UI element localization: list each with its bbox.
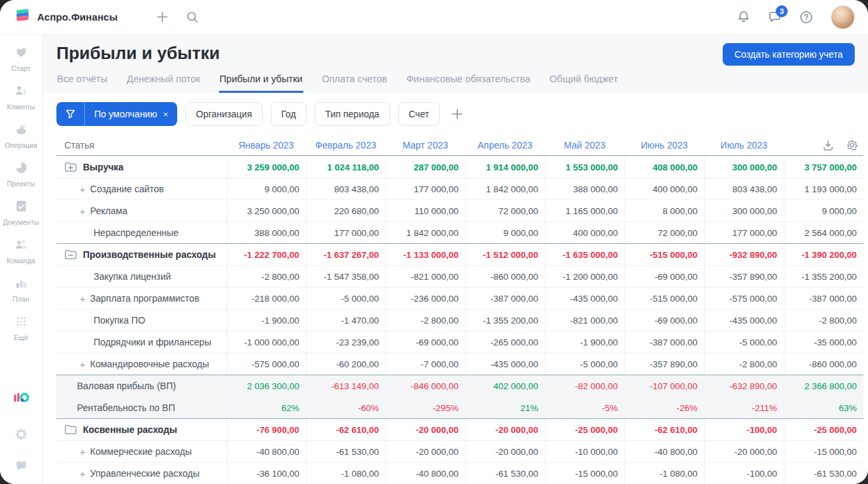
sidebar-item-Старт[interactable]: Старт [1,45,41,72]
cell-value: -515 000,00 [624,288,704,309]
expand-plus-icon[interactable]: + [80,447,86,457]
sidebar-item-Операции[interactable]: Операции [1,122,41,149]
sidebar-items: СтартКлиентыОперацииПроектыДокументыКома… [1,45,41,353]
messages-icon[interactable]: 3 [768,10,782,24]
folder-icon[interactable] [64,424,77,435]
support-chat-icon[interactable] [14,459,29,473]
cell-value: -40 800,00 [624,441,704,462]
cell-value: 2 036 300,00 [226,375,306,396]
row-label[interactable]: Косвенные расходы [56,419,226,440]
table-header-tools [784,135,863,155]
tab-Все отчёты[interactable]: Все отчёты [56,74,108,93]
row-label[interactable]: Производственные расходы [56,244,226,265]
tab-Оплата счетов[interactable]: Оплата счетов [321,74,388,93]
row-label-text: Создание сайтов [90,184,164,194]
table-settings-gear-icon[interactable] [846,139,858,151]
cell-value: 63% [784,397,863,418]
cell-value: 408 000,00 [624,156,704,178]
row-label[interactable]: +Реклама [56,200,226,221]
table-row: +Коммерческие расходы-40 800,00-61 530,0… [56,440,863,462]
help-icon[interactable] [799,10,814,25]
cell-value: 1 842 000,00 [465,178,545,200]
table-row: Косвенные расходы-76 900,00-62 610,00-20… [56,418,863,440]
cell-value: -2 800,00 [226,266,306,287]
download-icon[interactable] [822,139,834,151]
cell-value: -821 000,00 [545,310,624,331]
row-label[interactable]: +Коммерческие расходы [56,441,226,462]
add-button[interactable] [156,11,169,23]
cell-value: -1 080,00 [306,463,386,484]
sidebar-item-План[interactable]: План [1,276,41,303]
column-header-month[interactable]: Март 2023 [386,135,465,155]
cell-value: -632 890,00 [704,375,784,396]
notifications-bell-icon[interactable] [737,10,751,24]
expand-plus-icon[interactable]: + [80,294,86,304]
column-header-month[interactable]: Июль 2023 [704,135,784,155]
expand-plus-icon[interactable]: + [80,184,86,194]
row-label-text: Косвенные расходы [83,424,177,435]
cell-value: 1 553 000,00 [545,156,624,178]
sidebar-item-Документы[interactable]: Документы [1,199,41,226]
cell-value: -218 000,00 [226,288,306,309]
sidebar-item-Команда[interactable]: Команда [1,237,41,265]
row-label-text: Закупка лицензий [94,271,171,282]
cell-value: -1 222 700,00 [226,244,306,265]
cell-value: -25 000,00 [545,419,624,440]
tab-Прибыли и убытки[interactable]: Прибыли и убытки [219,74,303,93]
row-label: Закупка лицензий [56,266,226,287]
filter-chip-Год[interactable]: Год [271,102,307,126]
cell-value: -821 000,00 [386,266,465,287]
folder-minus-icon[interactable] [64,249,77,260]
sidebar-item-Ещё[interactable]: Ещё [1,314,41,341]
cell-value: -1 000 000,00 [226,332,306,353]
cell-value: -100,00 [704,463,784,484]
tab-Общий бюджет[interactable]: Общий бюджет [549,74,618,93]
sidebar-item-Клиенты[interactable]: Клиенты [1,84,41,111]
row-label-text: Валовая прибыль (ВП) [77,381,176,391]
cell-value: -515 000,00 [624,244,704,265]
expand-plus-icon[interactable]: + [80,469,86,479]
folder-plus-icon[interactable] [64,162,77,172]
cell-value: 177 000,00 [704,222,784,243]
sidebar-item-Проекты[interactable]: Проекты [1,160,41,188]
cell-value: -23 239,00 [306,332,386,353]
add-filter-button[interactable] [451,107,464,121]
column-header-month[interactable]: Май 2023 [545,135,624,155]
team-icon [14,237,29,254]
column-header-month[interactable]: Февраль 2023 [306,135,386,155]
tab-Финансовые обязательства[interactable]: Финансовые обязательства [405,74,531,93]
cell-value: -107 000,00 [624,375,704,396]
remove-filter-icon[interactable]: × [163,109,169,119]
filter-chip-Счет[interactable]: Счет [398,102,440,126]
row-label[interactable]: +Командировочные расходы [56,353,226,375]
filter-chip-Тип периода[interactable]: Тип периода [315,102,390,126]
expand-plus-icon[interactable]: + [80,206,86,216]
row-label[interactable]: +Управленческие расходы [56,463,226,484]
cell-value: -40 800,00 [226,441,306,462]
cell-value: 388 000,00 [545,178,624,200]
user-avatar[interactable] [831,5,855,29]
cell-value: -36 100,00 [226,463,306,484]
plan-icon [14,276,29,292]
row-label[interactable]: +Зарплата программистов [56,288,226,309]
row-label-text: Зарплата программистов [90,293,200,304]
column-header-month[interactable]: Апрель 2023 [465,135,545,155]
filter-row: По умолчанию × ОрганизацияГодТип периода… [56,102,868,126]
column-header-month[interactable]: Июнь 2023 [624,135,704,155]
settings-gear-icon[interactable] [14,427,29,442]
row-label[interactable]: Выручка [56,156,226,178]
sidebar-item-label: План [13,295,29,303]
row-label[interactable]: +Создание сайтов [56,178,226,200]
column-header-month[interactable]: Январь 2023 [226,135,306,155]
cell-value: 9 000,00 [465,222,545,243]
expand-plus-icon[interactable]: + [80,359,86,369]
app-name: Аспро.Финансы [37,11,117,23]
tab-Денежный поток[interactable]: Денежный поток [126,74,201,93]
cell-value: -100,00 [704,419,784,440]
create-category-button[interactable]: Создать категорию учета [723,43,855,66]
sidebar-item-label: Документы [3,218,38,226]
filter-chip-Организация[interactable]: Организация [185,102,262,126]
active-filter-default[interactable]: По умолчанию × [56,102,177,126]
row-label-text: Коммерческие расходы [90,446,192,457]
search-icon[interactable] [186,11,199,24]
